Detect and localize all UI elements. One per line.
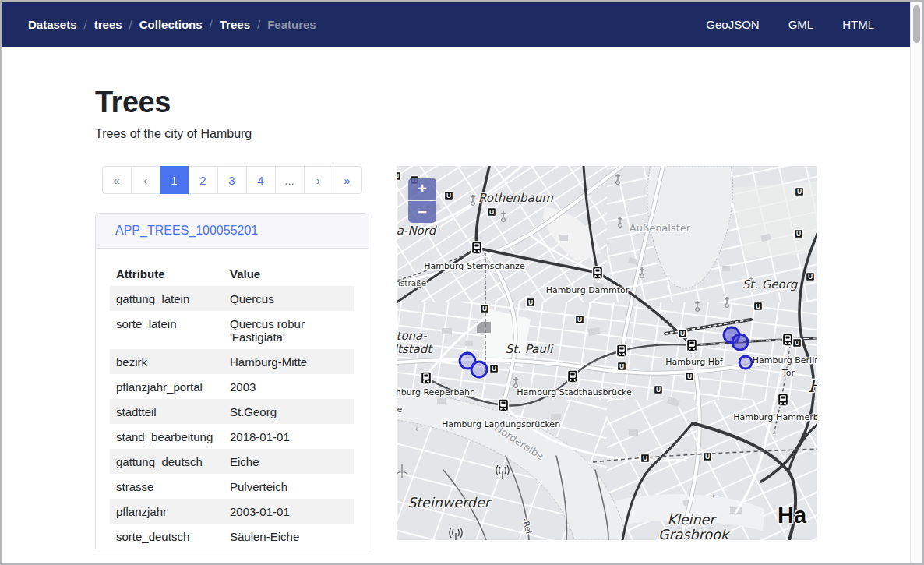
breadcrumb-item-collections[interactable]: Collections: [139, 18, 203, 31]
ubahn-station-icon: U: [793, 339, 802, 348]
breadcrumb-item-trees[interactable]: trees: [94, 18, 122, 31]
ubahn-station-icon: U: [704, 453, 712, 461]
format-link-html[interactable]: HTML: [842, 18, 874, 31]
attribute-row: sorte_deutschSäulen-Eiche: [110, 524, 354, 549]
page-page-1[interactable]: 1: [160, 166, 189, 194]
attribute-row: gattung_lateinQuercus: [110, 286, 354, 311]
value-column-header: Value: [224, 261, 354, 286]
ubahn-station-icon: U: [686, 373, 694, 381]
page-scrollbar-track[interactable]: [910, 2, 922, 563]
map-label: Hamburg Hbf: [665, 357, 724, 367]
breadcrumb-item-trees[interactable]: Trees: [220, 18, 250, 31]
svg-text:U: U: [489, 208, 494, 216]
attribute-name: bezirk: [110, 349, 224, 374]
breadcrumb-separator: /: [84, 18, 87, 31]
map-container[interactable]: ←← RothenbaumAußenalstera-NordHamburg-St…: [397, 166, 817, 540]
attribute-value: Eiche: [224, 449, 354, 474]
breadcrumb-separator: /: [257, 18, 260, 31]
oneway-arrow-icon: ←: [414, 424, 421, 434]
map-label: Ha: [778, 503, 807, 528]
attribute-row: stadtteilSt.Georg: [110, 399, 354, 424]
map-label: a-Nord: [397, 224, 438, 238]
page-title: Trees: [95, 86, 922, 119]
ubahn-station-icon: U: [397, 172, 401, 181]
page-next[interactable]: ›: [304, 166, 333, 194]
attribute-row: pflanzjahr_portal2003: [110, 374, 354, 399]
attribute-row: strassePulverteich: [110, 474, 354, 499]
format-link-geojson[interactable]: GeoJSON: [706, 18, 759, 31]
ubahn-station-icon: U: [490, 365, 499, 373]
ubahn-station-icon: U: [488, 208, 496, 217]
ubahn-station-icon: U: [527, 298, 535, 307]
attribute-row: gattung_deutschEiche: [110, 449, 354, 474]
breadcrumb-item-datasets[interactable]: Datasets: [28, 18, 77, 31]
svg-text:U: U: [808, 273, 813, 281]
map-label: Hamburg Dammtor: [546, 285, 630, 295]
map-label: Kleiner: [667, 512, 717, 528]
svg-text:U: U: [705, 453, 710, 461]
feature-marker[interactable]: [732, 334, 748, 350]
attribute-name: stand_bearbeitung: [110, 424, 224, 449]
attribute-value: 2003: [224, 374, 354, 399]
feature-marker[interactable]: [471, 362, 487, 377]
svg-text:U: U: [492, 365, 496, 373]
feature-id-link[interactable]: APP_TREES_100055201: [115, 224, 258, 237]
map-label: Außenalster: [630, 222, 691, 234]
attribute-name: sorte_latein: [110, 311, 224, 349]
map-label: Hamburg-Hammerb: [733, 412, 817, 422]
train-station-icon: [472, 242, 482, 254]
train-station-icon: [593, 267, 603, 279]
feature-list-column: «‹1234...›» APP_TREES_100055201 Attribut…: [95, 166, 369, 549]
attribute-row: stand_bearbeitung2018-01-01: [110, 424, 354, 449]
map-zoom-control: + −: [408, 178, 436, 223]
attribute-value: Quercus: [224, 286, 354, 311]
page-page-3[interactable]: 3: [217, 166, 247, 194]
attribute-name: pflanzjahr_portal: [110, 374, 224, 399]
svg-text:U: U: [656, 386, 661, 394]
attribute-value: 2003-01-01: [224, 499, 354, 524]
breadcrumb-item-features: Features: [267, 18, 316, 31]
ubahn-station-icon: U: [618, 362, 626, 371]
map-label: ltona-: [397, 329, 427, 343]
page-subtitle: Trees of the city of Hamburg: [95, 127, 922, 141]
map-label: enstraße: [397, 278, 426, 288]
oneway-arrow-icon: ←: [711, 491, 718, 501]
svg-text:U: U: [680, 330, 685, 337]
attribute-row: pflanzjahr2003-01-01: [110, 499, 354, 524]
map-label: e: [397, 404, 402, 414]
page-page-2[interactable]: 2: [189, 166, 218, 194]
page-last[interactable]: »: [333, 166, 362, 194]
map-label: St. Georg: [742, 277, 799, 291]
zoom-out-button[interactable]: −: [408, 201, 436, 223]
train-station-icon: [499, 399, 509, 411]
format-links: GeoJSONGMLHTML: [706, 18, 874, 31]
map-label: Rothenbaum: [478, 191, 553, 205]
map-label: ltstadt: [397, 342, 433, 356]
page-page-4[interactable]: 4: [246, 166, 276, 194]
feature-card-header: APP_TREES_100055201: [96, 214, 369, 249]
feature-marker[interactable]: [739, 356, 752, 369]
page-prev: ‹: [131, 166, 160, 194]
ubahn-station-icon: U: [795, 188, 804, 196]
attribute-table-body: gattung_lateinQuercussorte_lateinQuercus…: [110, 286, 354, 549]
ubahn-station-icon: U: [576, 316, 584, 324]
map-label: H: [808, 376, 817, 396]
ubahn-station-icon: U: [481, 305, 489, 313]
attribute-name: pflanzjahr: [110, 499, 224, 524]
page-scrollbar-thumb[interactable]: [913, 5, 920, 43]
breadcrumb-separator: /: [129, 18, 132, 31]
train-station-icon: [778, 394, 788, 406]
svg-text:U: U: [756, 302, 760, 310]
svg-text:U: U: [797, 188, 802, 196]
map-label: Hamburg-Sternschanze: [424, 261, 525, 271]
ubahn-station-icon: U: [754, 302, 763, 311]
attribute-table: Attribute Value gattung_lateinQuercussor…: [110, 261, 354, 549]
map-label: Hamburg Stadthausbrücke: [517, 387, 632, 397]
svg-text:U: U: [528, 298, 533, 306]
svg-text:U: U: [795, 339, 799, 347]
map-canvas[interactable]: ←← RothenbaumAußenalstera-NordHamburg-St…: [397, 166, 817, 540]
format-link-gml[interactable]: GML: [788, 18, 814, 31]
svg-text:U: U: [397, 172, 399, 180]
zoom-in-button[interactable]: +: [408, 178, 436, 200]
page-ellipsis: ...: [275, 166, 305, 194]
